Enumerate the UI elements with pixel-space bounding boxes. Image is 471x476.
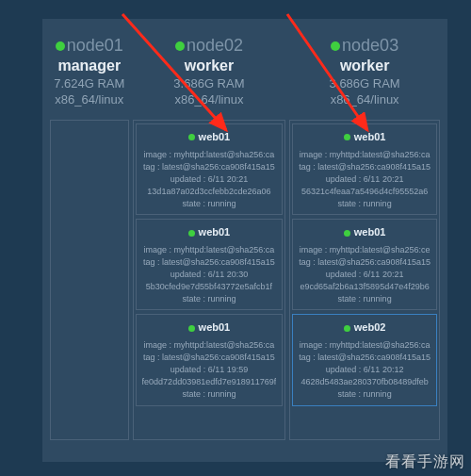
container-name: web02 xyxy=(354,320,386,336)
container-title: web01 xyxy=(142,130,277,145)
status-dot-icon xyxy=(331,41,340,51)
container-title: web01 xyxy=(142,320,277,336)
container-line: image : myhttpd:latest@sha256:ce xyxy=(299,244,430,256)
container-line: tag : latest@sha256:ca908f415a15 xyxy=(142,352,277,364)
status-dot-icon xyxy=(56,41,65,51)
container-name: web01 xyxy=(354,225,386,240)
container-line: tag : latest@sha256:ca908f415a15 xyxy=(299,161,430,173)
container-line: updated : 6/11 20:21 xyxy=(142,173,277,186)
node-column-2: node03 worker 3.686G RAM x86_64/linux we… xyxy=(289,36,440,462)
container-card[interactable]: web01 image : myhttpd:latest@sha256:ca t… xyxy=(136,219,284,310)
container-card[interactable]: web01 image : myhttpd:latest@sha256:ca t… xyxy=(292,123,437,215)
container-line: image : myhttpd:latest@sha256:ca xyxy=(142,339,277,352)
status-dot-icon xyxy=(188,325,195,332)
node-header: node02 worker 3.686G RAM x86_64/linux xyxy=(173,36,244,107)
node-role: worker xyxy=(173,57,244,74)
node-column-1: node02 worker 3.686G RAM x86_64/linux we… xyxy=(133,36,286,462)
container-line: state : running xyxy=(142,293,277,305)
container-line: tag : latest@sha256:ca908f415a15 xyxy=(299,352,430,364)
node-header: node03 worker 3.686G RAM x86_64/linux xyxy=(330,36,400,107)
status-dot-icon xyxy=(188,134,195,140)
container-line: updated : 6/11 20:21 xyxy=(299,173,430,186)
container-title: web02 xyxy=(299,320,430,336)
container-line: updated : 6/11 19:59 xyxy=(142,364,277,376)
node-role: manager xyxy=(54,57,124,74)
container-line: tag : latest@sha256:ca908f415a15 xyxy=(142,256,277,269)
node-name: node03 xyxy=(342,36,398,56)
node-ram: 3.686G RAM xyxy=(330,76,400,90)
container-line: tag : latest@sha256:ca908f415a15 xyxy=(142,161,277,173)
watermark: 看看手游网 xyxy=(385,452,465,472)
node-ram: 7.624G RAM xyxy=(54,76,124,90)
node-card-list: web01 image : myhttpd:latest@sha256:ca t… xyxy=(133,120,286,440)
container-line: updated : 6/11 20:21 xyxy=(299,269,430,281)
container-line: 56321c4feaa7a5496d4cf95552a6 xyxy=(299,186,430,198)
node-ram: 3.686G RAM xyxy=(173,76,244,90)
node-title: node03 xyxy=(330,36,400,56)
node-name: node01 xyxy=(67,36,123,56)
container-card[interactable]: web01 image : myhttpd:latest@sha256:ca t… xyxy=(136,314,284,405)
container-line: state : running xyxy=(299,198,430,210)
container-title: web01 xyxy=(299,130,430,145)
container-line: state : running xyxy=(142,198,277,210)
container-card[interactable]: web01 image : myhttpd:latest@sha256:ce t… xyxy=(292,219,437,310)
container-title: web01 xyxy=(299,225,430,240)
container-line: image : myhttpd:latest@sha256:ca xyxy=(299,339,430,352)
container-name: web01 xyxy=(199,130,231,145)
node-card-list xyxy=(50,120,129,440)
node-title: node01 xyxy=(54,36,124,56)
node-card-list: web01 image : myhttpd:latest@sha256:ca t… xyxy=(289,120,440,440)
container-line: 4628d5483ae280370fb08489dfeb xyxy=(299,376,430,388)
container-card[interactable]: web01 image : myhttpd:latest@sha256:ca t… xyxy=(136,123,284,215)
node-role: worker xyxy=(330,57,400,74)
container-card[interactable]: web02 image : myhttpd:latest@sha256:ca t… xyxy=(292,314,437,405)
node-name: node02 xyxy=(187,36,243,56)
container-line: image : myhttpd:latest@sha256:ca xyxy=(299,149,430,161)
container-line: image : myhttpd:latest@sha256:ca xyxy=(142,149,277,161)
container-line: updated : 6/11 20:30 xyxy=(142,269,277,281)
container-name: web01 xyxy=(354,130,386,145)
status-dot-icon xyxy=(344,230,350,237)
container-title: web01 xyxy=(142,225,277,240)
container-line: state : running xyxy=(299,293,430,305)
node-title: node02 xyxy=(173,36,244,56)
container-line: tag : latest@sha256:ca908f415a15 xyxy=(299,256,430,269)
node-arch: x86_64/linux xyxy=(54,92,124,107)
dashboard-panel: node01 manager 7.624G RAM x86_64/linux n… xyxy=(42,19,447,462)
status-dot-icon xyxy=(175,41,185,51)
container-line: state : running xyxy=(142,388,277,401)
container-line: 5b30cfed9e7d55bf43772e5afcb1f xyxy=(142,281,277,293)
container-name: web01 xyxy=(199,225,231,240)
status-dot-icon xyxy=(344,134,350,140)
container-line: 13d1a87a02d3ccfebb2cde26a06 xyxy=(142,186,277,198)
container-line: image : myhttpd:latest@sha256:ca xyxy=(142,244,277,256)
node-arch: x86_64/linux xyxy=(330,92,400,107)
container-line: updated : 6/11 20:12 xyxy=(299,364,430,376)
node-arch: x86_64/linux xyxy=(173,92,244,107)
status-dot-icon xyxy=(188,230,195,237)
node-header: node01 manager 7.624G RAM x86_64/linux xyxy=(54,36,124,107)
status-dot-icon xyxy=(344,325,350,332)
container-line: fe0dd72dd03981edfd7e918911769f xyxy=(142,376,277,388)
container-line: state : running xyxy=(299,388,430,401)
container-line: e9cd65af2b6a13f5895d47e4f29b6 xyxy=(299,281,430,293)
container-name: web01 xyxy=(199,320,231,336)
node-column-0: node01 manager 7.624G RAM x86_64/linux xyxy=(50,36,129,462)
